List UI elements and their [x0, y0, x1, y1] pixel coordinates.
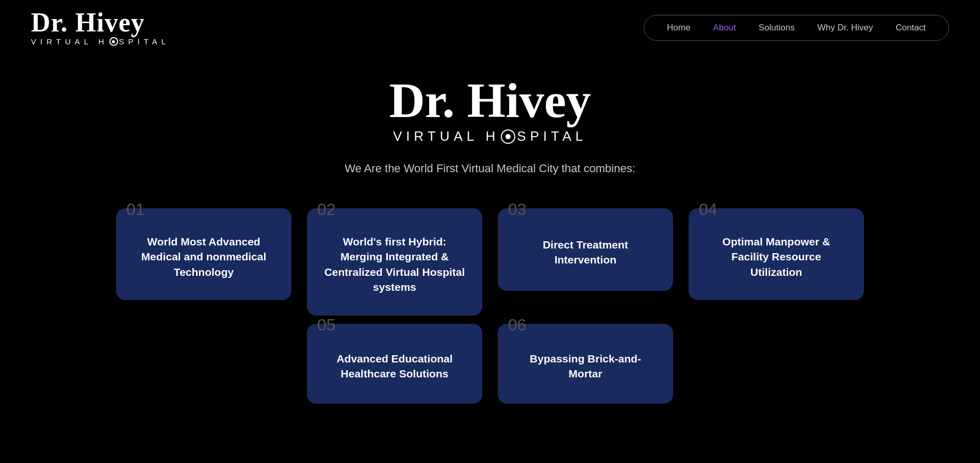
cards-section: 01World Most Advanced Medical and nonmed…: [0, 208, 980, 443]
nav-link-why-dr.-hivey[interactable]: Why Dr. Hivey: [818, 23, 873, 33]
card-number-row2-1: 05: [317, 316, 336, 335]
card-number-3: 03: [508, 200, 527, 219]
card-text-row2-2: Bypassing Brick-and-Mortar: [513, 351, 658, 382]
cards-row-1: 01World Most Advanced Medical and nonmed…: [67, 208, 913, 316]
logo-o-icon: [109, 37, 118, 46]
hero-subtitle: VIRTUAL H SPITAL: [0, 128, 980, 144]
card-text-1: World Most Advanced Medical and nonmedic…: [132, 234, 276, 279]
card-wrapper-row2-2: 06Bypassing Brick-and-Mortar: [498, 324, 673, 404]
nav-link-contact[interactable]: Contact: [895, 23, 926, 33]
hero-tagline: We Are the World First Virtual Medical C…: [0, 162, 980, 175]
card-text-row2-1: Advanced Educational Healthcare Solution…: [322, 351, 467, 382]
hero-section: Dr. Hivey VIRTUAL H SPITAL We Are the Wo…: [0, 55, 980, 208]
card-wrapper-1: 01World Most Advanced Medical and nonmed…: [116, 208, 291, 316]
hero-title: Dr. Hivey: [0, 76, 980, 125]
logo-sub-before: VIRTUAL H: [31, 38, 108, 45]
card-text-4: Optimal Manpower & Facility Resource Uti…: [704, 234, 848, 279]
nav-link-solutions[interactable]: Solutions: [759, 23, 795, 33]
nav-link-home[interactable]: Home: [667, 23, 690, 33]
hero-o-icon: [501, 129, 515, 144]
nav-links-container: HomeAboutSolutionsWhy Dr. HiveyContact: [644, 15, 949, 41]
card-1: World Most Advanced Medical and nonmedic…: [116, 208, 291, 300]
card-2: World's first Hybrid: Merging Integrated…: [307, 208, 482, 316]
hero-sub-before: VIRTUAL H: [393, 128, 499, 144]
card-number-row2-2: 06: [508, 316, 527, 335]
spacer-right: [689, 324, 864, 404]
nav-link-about[interactable]: About: [713, 23, 736, 33]
logo-subtitle: VIRTUAL H SPITAL: [31, 37, 170, 46]
spacer-left: [116, 324, 291, 404]
navbar: Dr. Hivey VIRTUAL H SPITAL HomeAboutSolu…: [0, 0, 980, 55]
card-wrapper-4: 04Optimal Manpower & Facility Resource U…: [689, 208, 864, 316]
card-row2-1: Advanced Educational Healthcare Solution…: [307, 324, 482, 404]
cards-row-2: 05Advanced Educational Healthcare Soluti…: [67, 324, 913, 404]
card-number-4: 04: [699, 200, 717, 219]
card-text-3: Direct Treatment Intervention: [513, 237, 658, 268]
card-row2-2: Bypassing Brick-and-Mortar: [498, 324, 673, 404]
logo-title: Dr. Hivey: [31, 9, 170, 36]
card-3: Direct Treatment Intervention: [498, 208, 673, 291]
logo-sub-after: SPITAL: [119, 38, 170, 45]
hero-sub-after: SPITAL: [517, 128, 587, 144]
card-wrapper-2: 02World's first Hybrid: Merging Integrat…: [307, 208, 482, 316]
card-number-1: 01: [126, 200, 145, 219]
logo: Dr. Hivey VIRTUAL H SPITAL: [31, 9, 170, 46]
card-wrapper-3: 03Direct Treatment Intervention: [498, 208, 673, 316]
card-4: Optimal Manpower & Facility Resource Uti…: [689, 208, 864, 300]
card-wrapper-row2-1: 05Advanced Educational Healthcare Soluti…: [307, 324, 482, 404]
card-text-2: World's first Hybrid: Merging Integrated…: [322, 234, 467, 295]
card-number-2: 02: [317, 200, 336, 219]
